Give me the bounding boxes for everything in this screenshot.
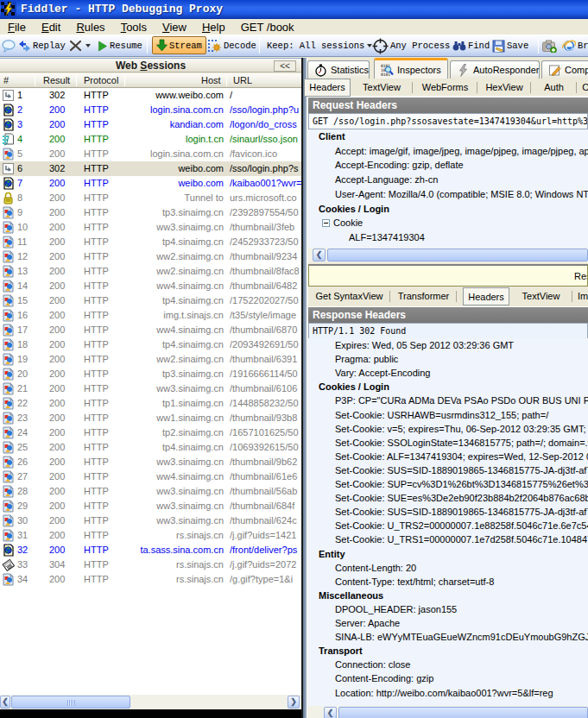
session-row[interactable]: 1 302 HTTP www.weibo.com / — [0, 88, 301, 103]
session-row[interactable]: 32 200 HTTP ta.sass.sina.com.cn /front/d… — [0, 543, 301, 557]
response-inspector-tab[interactable]: Headers — [463, 287, 509, 305]
request-inspector-tab[interactable]: HexView — [477, 79, 531, 97]
session-row[interactable]: 21 200 HTTP ww3.sinaimg.cn /thumbnail/61… — [0, 381, 301, 396]
resume-button[interactable]: Resume — [98, 35, 142, 56]
keep-sessions-dropdown[interactable]: Keep: All sessions — [265, 35, 372, 56]
column-divider[interactable] — [76, 75, 77, 86]
session-row[interactable]: 30 200 HTTP ww3.sinaimg.cn /thumbnail/62… — [0, 513, 301, 528]
scroll-left-arrow[interactable]: ❮ — [313, 249, 326, 261]
session-row[interactable]: 2 200 HTTP login.sina.com.cn /sso/login.… — [0, 103, 301, 117]
inspector-main-tab[interactable]: AutoResponder — [450, 60, 540, 79]
session-row[interactable]: 3 200 HTTP kandian.com /logon/do_cross — [0, 117, 301, 132]
session-row[interactable]: 25 200 HTTP tp4.sinaimg.cn /1069392615/5… — [0, 440, 301, 455]
inspector-main-tab[interactable]: Statistics — [307, 60, 370, 79]
session-row[interactable]: 12 200 HTTP ww2.sinaimg.cn /thumbnail/92… — [0, 249, 301, 264]
session-row[interactable]: 19 200 HTTP ww2.sinaimg.cn /thumbnail/63… — [0, 352, 301, 367]
menu-item[interactable]: Edit — [34, 19, 68, 35]
header-line[interactable]: Set-Cookie: SUP=cv%3D1%26bt%3D1346815775… — [308, 477, 588, 491]
header-line[interactable]: Set-Cookie: U_TRS2=00000007.1e88258f.504… — [308, 519, 588, 532]
inspector-main-tab[interactable]: 0101100101 Inspectors — [374, 58, 448, 79]
column-header-number[interactable]: # — [3, 75, 9, 85]
header-line[interactable]: Content-Length: 20 — [308, 561, 588, 575]
session-row[interactable]: 20 200 HTTP tp3.sinaimg.cn /1916666114/5… — [0, 367, 301, 381]
column-header-protocol[interactable]: Protocol — [84, 75, 118, 85]
any-process-button[interactable]: Any Process — [372, 35, 450, 56]
collapse-minus-icon[interactable] — [322, 219, 330, 227]
header-line[interactable]: Pragma: public — [308, 352, 588, 366]
header-line[interactable]: Set-Cookie: ALF=1347419304; expires=Wed,… — [308, 450, 588, 463]
scroll-thumb[interactable] — [338, 707, 588, 718]
header-line[interactable]: Set-Cookie: SUS=SID-1889019865-134681577… — [308, 505, 588, 519]
session-row[interactable]: 15 200 HTTP tp4.sinaimg.cn /1752202027/5… — [0, 293, 301, 308]
header-line[interactable]: SINA-LB: eWYyMTEuaGEueWZncm91cDEuYmoubG9… — [308, 630, 588, 644]
delete-dropdown-arrow[interactable] — [85, 44, 91, 47]
session-row[interactable]: 17 200 HTTP ww4.sinaimg.cn /thumbnail/68… — [0, 323, 301, 337]
session-row[interactable]: 18 200 HTTP tp4.sinaimg.cn /2093492691/5… — [0, 337, 301, 352]
column-header-result[interactable]: Result — [43, 75, 70, 85]
column-header-url[interactable]: URL — [233, 75, 252, 85]
session-list-hscrollbar[interactable]: ❮ ❯ — [0, 695, 301, 709]
response-inspector-tab[interactable]: TextView — [509, 287, 572, 306]
session-row[interactable]: 33 304 HTTP rs.sinajs.cn /j.gif?uids=207… — [0, 557, 301, 572]
header-line[interactable]: P3P: CP="CURa ADMa DEVa PSAo PSDo OUR BU… — [308, 394, 588, 407]
header-line[interactable]: DPOOL_HEADER: jason155 — [308, 602, 588, 616]
header-line[interactable]: ALF=1347419304 — [308, 230, 588, 245]
menu-item[interactable]: Tools — [113, 19, 155, 35]
request-inspector-tab[interactable]: Auth — [531, 79, 577, 97]
response-inspector-tab[interactable]: Transformer — [390, 287, 457, 306]
session-row[interactable]: 14 200 HTTP ww4.sinaimg.cn /thumbnail/64… — [0, 279, 301, 293]
header-line[interactable]: Server: Apache — [308, 616, 588, 630]
session-row[interactable]: 5 200 HTTP login.sina.com.cn /favicon.ic… — [0, 147, 301, 161]
header-line[interactable]: Cookies / Login — [308, 380, 588, 394]
menu-item[interactable]: GET /book — [233, 19, 302, 35]
scroll-left-arrow[interactable]: ❮ — [0, 696, 10, 709]
header-line[interactable]: Set-Cookie: SSOLoginState=1346815775; pa… — [308, 436, 588, 450]
response-hscrollbar[interactable]: ❮ — [308, 706, 588, 718]
header-line[interactable]: User-Agent: Mozilla/4.0 (compatible; MSI… — [308, 187, 588, 202]
column-divider[interactable] — [35, 75, 35, 86]
session-row[interactable]: 24 200 HTTP tp2.sinaimg.cn /1657101625/5… — [0, 425, 301, 440]
delete-button[interactable] — [69, 35, 91, 56]
session-row[interactable]: 29 200 HTTP ww3.sinaimg.cn /thumbnail/68… — [0, 499, 301, 513]
response-encoding-banner[interactable]: Response is encoded and may need to be d… — [308, 264, 588, 287]
header-line[interactable]: Set-Cookie: v=5; expires=Thu, 06-Sep-201… — [308, 422, 588, 436]
decode-button[interactable]: Decode — [207, 35, 256, 56]
menu-item[interactable]: View — [155, 19, 194, 35]
response-inspector-tab[interactable]: ImageView — [574, 287, 588, 306]
header-line[interactable]: Cookies / Login — [308, 202, 588, 217]
header-line[interactable]: Set-Cookie: U_TRS1=00000007.1e7d258f.504… — [308, 532, 588, 546]
session-row[interactable]: 23 200 HTTP ww1.sinaimg.cn /thumbnail/93… — [0, 411, 301, 425]
session-row[interactable]: 31 200 HTTP rs.sinajs.cn /j.gif?uids=142… — [0, 528, 301, 543]
header-line[interactable]: Transport — [308, 644, 588, 658]
session-row[interactable]: 7 200 HTTP weibo.com /kaibao001?wvr= — [0, 176, 301, 191]
header-line[interactable]: Content-Type: text/html; charset=utf-8 — [308, 575, 588, 589]
column-header-host[interactable]: Host — [201, 75, 221, 85]
menu-item[interactable]: Rules — [68, 19, 112, 35]
header-line[interactable]: Location: http://weibo.com/kaibao001?wvr… — [308, 686, 588, 700]
session-row[interactable]: 4 200 HTTP login.t.cn /sinaurl/sso.json — [0, 132, 301, 147]
comment-button[interactable] — [2, 35, 16, 56]
header-line[interactable]: Accept: image/gif, image/jpeg, image/pjp… — [308, 144, 588, 159]
find-button[interactable]: Find — [452, 35, 490, 56]
screenshot-button[interactable] — [542, 35, 557, 56]
session-row[interactable]: 26 200 HTTP ww3.sinaimg.cn /thumbnail/9b… — [0, 455, 301, 469]
scroll-thumb[interactable] — [11, 696, 130, 709]
session-row[interactable]: 8 200 HTTP Tunnel to urs.microsoft.co — [0, 191, 301, 205]
replay-button[interactable]: Replay — [18, 35, 66, 56]
scroll-thumb[interactable] — [327, 249, 588, 261]
header-line[interactable]: Accept-Language: zh-cn — [308, 173, 588, 187]
scroll-right-arrow[interactable]: ❯ — [288, 696, 300, 709]
request-inspector-tab[interactable]: Headers — [304, 79, 351, 97]
request-hscrollbar[interactable]: ❮ — [308, 248, 588, 262]
save-button[interactable]: Save — [492, 35, 528, 56]
header-line[interactable]: Content-Encoding: gzip — [308, 671, 588, 685]
header-line[interactable]: Vary: Accept-Encoding — [308, 366, 588, 380]
stream-toggle-button[interactable]: Stream — [152, 36, 206, 54]
menu-item[interactable]: File — [0, 19, 34, 35]
request-inspector-tab[interactable]: WebForms — [413, 79, 477, 97]
header-line[interactable]: Set-Cookie: USRHAWB=usrmdins312_155; pat… — [308, 408, 588, 422]
session-row[interactable]: 10 200 HTTP ww3.sinaimg.cn /thumbnail/3f… — [0, 220, 301, 235]
session-row[interactable]: 16 200 HTTP img.t.sinajs.cn /t35/style/i… — [0, 308, 301, 323]
header-line[interactable]: Set-Cookie: SUE=es%3De2eb90f23b884b2f206… — [308, 491, 588, 505]
session-row[interactable]: 11 200 HTTP tp4.sinaimg.cn /2452933723/5… — [0, 235, 301, 249]
